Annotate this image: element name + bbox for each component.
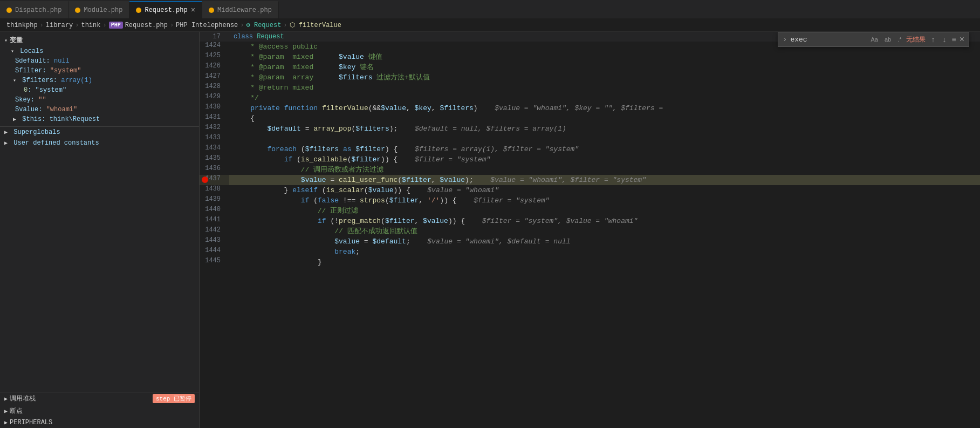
search-next-btn[interactable]: ↓: [940, 35, 948, 44]
breakpoint-indicator: [202, 176, 208, 183]
var-filter-value: "system": [50, 67, 81, 74]
var-filters-type: array(1): [61, 77, 92, 84]
sidebar: ▾ 变量 ▾ Locals $default: null $filter: "s…: [0, 32, 200, 428]
code-line-1426: 1426 * @param mixed $key 键名: [200, 62, 980, 72]
breadcrumb-intelephense[interactable]: PHP Intelephense: [176, 22, 238, 29]
var-filter-name: $filter: [15, 67, 42, 74]
variables-header[interactable]: ▾ 变量: [0, 34, 199, 46]
code-line-1425: 1425 * @param mixed $value 键值: [200, 52, 980, 62]
variables-chevron: ▾: [4, 37, 8, 44]
code-line-1440: 1440 // 正则过滤: [200, 206, 980, 216]
class-line-content: class Request: [229, 33, 289, 40]
code-line-1437: 1437 $value = call_user_func($filter, $v…: [200, 175, 980, 185]
tab-label-request: Request.php: [145, 6, 187, 14]
superglobals-group[interactable]: ▶ Superglobals: [0, 127, 199, 138]
var-default-value: null: [54, 57, 70, 65]
code-line-1441: 1441 if (!preg_match($filter, $value)) {…: [200, 216, 980, 226]
locals-group[interactable]: ▾ Locals: [0, 46, 199, 56]
tab-icon-middleware: [209, 8, 214, 13]
main-area: ▾ 变量 ▾ Locals $default: null $filter: "s…: [0, 32, 980, 428]
call-stack-item[interactable]: ▶ 调用堆栈 step 已暂停: [0, 392, 199, 405]
superglobals-chevron: ▶: [4, 130, 8, 135]
code-line-1432: 1432 $default = array_pop($filters); $de…: [200, 124, 980, 134]
search-word-btn[interactable]: ab: [883, 36, 893, 43]
var-filters-0-value: "system": [36, 86, 67, 94]
code-line-1443: 1443 $value = $default; $value = "whoami…: [200, 236, 980, 247]
search-close-btn[interactable]: ×: [960, 35, 964, 44]
breadcrumb-thinkphp[interactable]: thinkphp: [6, 22, 38, 29]
var-filters-name: $filters: [22, 77, 53, 84]
var-key-name: $key: [15, 96, 31, 104]
code-line-1429: 1429 */: [200, 93, 980, 103]
code-editor[interactable]: 17 class Request 1424 * @access public 1…: [200, 32, 980, 428]
editor-area: › Aa ab .* 无结果 ↑ ↓ ≡ × 17 class Request …: [200, 32, 980, 428]
tab-dispatch[interactable]: Dispatch.php: [0, 1, 68, 18]
locals-label: Locals: [20, 47, 43, 55]
var-this-value: think\Request: [50, 116, 100, 123]
var-this-chevron: ▶: [13, 117, 16, 123]
code-line-1433: 1433: [200, 134, 980, 144]
code-lines: 1424 * @access public 1425 * @param mixe…: [200, 42, 980, 267]
search-regex-btn[interactable]: .*: [896, 36, 903, 43]
tab-icon-dispatch: [6, 8, 12, 13]
peripherals-item[interactable]: ▶ PERIPHERALS: [0, 417, 199, 428]
var-default-name: $default: [15, 57, 46, 65]
tab-module[interactable]: Module.php: [68, 1, 129, 18]
breadcrumb: thinkphp › library › think › PHP Request…: [0, 19, 980, 32]
search-bar: › Aa ab .* 无结果 ↑ ↓ ≡ ×: [778, 32, 969, 47]
search-expand-icon[interactable]: ›: [783, 35, 787, 44]
breakpoints-label: 断点: [10, 406, 23, 416]
code-line-1436: 1436 // 调用函数或者方法过滤: [200, 165, 980, 175]
code-line-1444: 1444 break;: [200, 247, 980, 257]
var-default[interactable]: $default: null: [0, 56, 199, 66]
breakpoints-chevron: ▶: [4, 408, 8, 415]
var-value-name: $value: [15, 106, 38, 113]
var-key[interactable]: $key: "": [0, 95, 199, 105]
var-value[interactable]: $value: "whoami": [0, 105, 199, 114]
tab-bar: Dispatch.php Module.php Request.php × Mi…: [0, 0, 980, 19]
user-defined-label: User defined constants: [13, 139, 99, 147]
tab-middleware[interactable]: Middleware.php: [202, 1, 279, 18]
tab-label-dispatch: Dispatch.php: [15, 6, 61, 14]
var-filters-group[interactable]: ▾ $filters: array(1): [0, 76, 199, 85]
variables-title: 变量: [10, 36, 23, 45]
code-line-1439: 1439 if (false !== strpos($filter, '/'))…: [200, 195, 980, 206]
breakpoints-item[interactable]: ▶ 断点: [0, 405, 199, 417]
var-key-value: "": [38, 96, 46, 104]
tab-icon-module: [75, 8, 80, 13]
var-value-value: "whoami": [46, 106, 78, 113]
code-line-1430: 1430 private function filterValue(&&$val…: [200, 103, 980, 113]
user-defined-group[interactable]: ▶ User defined constants: [0, 138, 199, 148]
search-input[interactable]: [790, 36, 866, 44]
call-stack-badge: step 已暂停: [153, 394, 195, 403]
var-filters-0: 0: "system": [0, 85, 199, 95]
code-line-1427: 1427 * @param array $filters 过滤方法+默认值: [200, 72, 980, 83]
class-line-num: 17: [200, 33, 229, 40]
superglobals-label: Superglobals: [13, 128, 60, 136]
peripherals-chevron: ▶: [4, 419, 8, 426]
tab-request[interactable]: Request.php ×: [129, 1, 202, 18]
var-filters-chevron: ▾: [13, 78, 16, 84]
tab-label-middleware: Middleware.php: [217, 6, 272, 14]
tab-icon-request: [136, 8, 141, 13]
search-menu-btn[interactable]: ≡: [951, 35, 956, 44]
code-line-1428: 1428 * @return mixed: [200, 83, 980, 93]
breadcrumb-request-class[interactable]: ⚙ Request: [246, 21, 282, 29]
variables-section: ▾ 变量 ▾ Locals $default: null $filter: "s…: [0, 32, 199, 126]
code-line-1435: 1435 if (is_callable($filter)) { $filter…: [200, 154, 980, 165]
search-no-result: 无结果: [906, 35, 926, 44]
search-prev-btn[interactable]: ↑: [929, 35, 937, 44]
var-filter[interactable]: $filter: "system": [0, 66, 199, 76]
breadcrumb-library[interactable]: library: [46, 22, 73, 29]
locals-chevron: ▾: [11, 49, 14, 55]
tab-label-module: Module.php: [84, 6, 122, 14]
peripherals-label: PERIPHERALS: [10, 419, 52, 426]
var-this-name: $this: [22, 116, 42, 123]
code-line-1445: 1445 }: [200, 257, 980, 267]
var-this-group[interactable]: ▶ $this: think\Request: [0, 114, 199, 124]
tab-close-request[interactable]: ×: [191, 6, 195, 15]
breadcrumb-requestphp[interactable]: Request.php: [125, 22, 168, 29]
breadcrumb-think[interactable]: think: [81, 22, 100, 29]
breadcrumb-filtervalue[interactable]: ⬡ filterValue: [290, 21, 341, 29]
search-case-btn[interactable]: Aa: [869, 36, 879, 43]
